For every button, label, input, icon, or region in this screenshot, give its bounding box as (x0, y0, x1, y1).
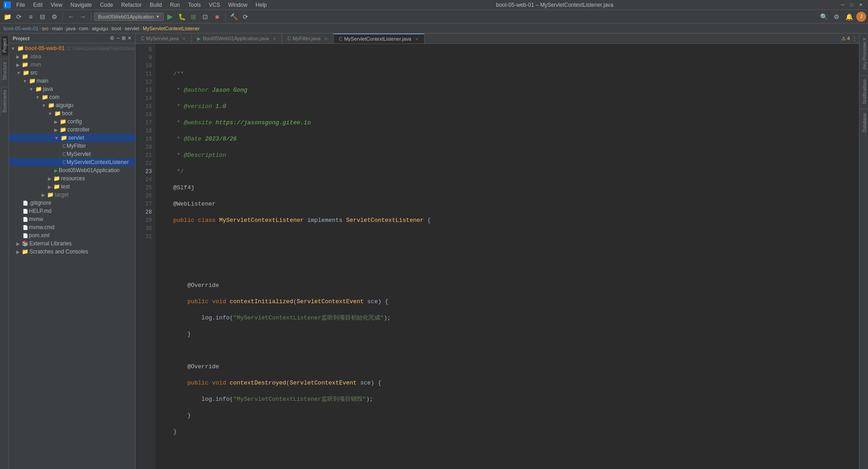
tree-atguigu[interactable]: ▼ 📁 atguigu (9, 101, 135, 109)
menu-help[interactable]: Help (252, 1, 270, 9)
menu-build[interactable]: Build (146, 1, 165, 9)
tree-gitignore[interactable]: 📄 .gitignore (9, 199, 135, 207)
notifications-button[interactable]: 🔔 (844, 11, 854, 22)
key-promoter-tab[interactable]: Key Promoter X (859, 33, 868, 73)
breadcrumb-src[interactable]: src (42, 26, 49, 31)
run-button[interactable]: ▶ (165, 11, 175, 22)
stop-button[interactable]: ■ (212, 11, 222, 22)
tree-java[interactable]: ▼ 📁 java (9, 85, 135, 93)
tree-servlet[interactable]: ▼ 📁 servlet (9, 134, 135, 142)
breadcrumb-servlet[interactable]: servlet (125, 26, 139, 31)
tree-scratches[interactable]: ▶ 📁 Scratches and Consoles (9, 248, 135, 256)
forward-button[interactable]: → (77, 11, 88, 22)
run-config-selector[interactable]: Boot05Web01Application ▼ (94, 13, 164, 21)
project-tab[interactable]: Project (1, 35, 8, 55)
structure-tab-left[interactable]: Structure (1, 59, 8, 83)
settings-button[interactable]: ⚙ (49, 11, 60, 22)
close-button[interactable]: ✕ (857, 1, 864, 9)
profile-button[interactable]: ⊡ (200, 11, 211, 22)
menu-view[interactable]: View (47, 1, 66, 9)
breadcrumb-project[interactable]: boot-05-web-01 (4, 26, 38, 31)
tree-test[interactable]: ▶ 📁 test (9, 183, 135, 191)
tree-helpmd[interactable]: 📄 HELP.md (9, 207, 135, 215)
tree-config[interactable]: ▶ 📁 config (9, 117, 135, 126)
panel-close-icon[interactable]: ✕ (127, 35, 132, 41)
tree-resources[interactable]: ▶ 📁 resources (9, 174, 135, 183)
myfilter-tab-label: MyFilter.java (292, 36, 321, 41)
menu-refactor[interactable]: Refactor (118, 1, 145, 9)
list-button[interactable]: ≡ (25, 11, 36, 22)
code-editor[interactable]: 8 9 10 11 12 13 14 15 16 17 18 19 20 21 … (136, 44, 859, 469)
tab-more-button[interactable]: ⋮ (852, 35, 857, 42)
menu-code[interactable]: Code (96, 1, 117, 9)
tree-mvnw[interactable]: 📄 mvnw (9, 215, 135, 223)
tree-myservletcontextlistener[interactable]: C MyServletContextListener (9, 158, 135, 166)
breadcrumb-class[interactable]: MyServletContextListener (143, 26, 200, 31)
database-tab[interactable]: Database (859, 109, 868, 136)
sync-button[interactable]: ⟳ (14, 11, 24, 22)
panel-settings-icon[interactable]: ⚙ (110, 35, 114, 41)
tree-boot[interactable]: ▼ 📁 boot (9, 109, 135, 117)
scratches-label: Scratches and Consoles (29, 249, 88, 255)
target-folder-icon: 📁 (47, 192, 54, 198)
maximize-button[interactable]: □ (848, 1, 855, 9)
target-label: target (55, 192, 69, 198)
myservletcontextlistener-tab-close[interactable]: ✕ (415, 37, 419, 42)
collapse-all-button[interactable]: ⊟ (37, 11, 48, 22)
breadcrumb-boot[interactable]: boot (112, 26, 121, 31)
tree-idea[interactable]: ▶ 📁 .idea (9, 52, 135, 61)
tree-target[interactable]: ▶ 📁 target (9, 191, 135, 199)
tab-myservletcontextlistener[interactable]: C MyServletContextListener.java ✕ (334, 33, 425, 43)
menu-vcs[interactable]: VCS (205, 1, 224, 9)
tree-src[interactable]: ▼ 📁 src (9, 69, 135, 77)
tree-boot05app[interactable]: ▶ Boot05Web01Application (9, 166, 135, 174)
back-button[interactable]: ← (66, 11, 76, 22)
project-view-button[interactable]: 📁 (2, 11, 13, 22)
tree-myservlet[interactable]: C MyServlet (9, 150, 135, 158)
menu-window[interactable]: Window (225, 1, 251, 9)
panel-gear-icon[interactable]: ⊞ (122, 35, 126, 41)
atguigu-folder-icon: 📁 (48, 102, 55, 108)
tree-root[interactable]: ▼ 📁 boot-05-web-01 C:\Users\Jason\IdeaPr… (9, 44, 135, 52)
tree-controller[interactable]: ▶ 📁 controller (9, 126, 135, 134)
breadcrumb-java[interactable]: java (66, 26, 75, 31)
tree-mvnwcmd[interactable]: 📄 mvnw.cmd (9, 223, 135, 231)
tree-external-libs[interactable]: ▶ 📚 External Libraries (9, 239, 135, 248)
panel-collapse-icon[interactable]: ─ (116, 35, 120, 41)
tree-main[interactable]: ▼ 📁 main (9, 77, 135, 85)
search-everywhere-button[interactable]: 🔍 (818, 11, 829, 22)
myfilter-tab-close[interactable]: ✕ (324, 36, 328, 41)
reload-button[interactable]: ⟳ (240, 11, 251, 22)
code-content[interactable]: /** * @author Jason Gong * @version 1.0 … (156, 44, 859, 469)
notifications-tab[interactable]: Notifications (859, 75, 868, 107)
menu-tools[interactable]: Tools (184, 1, 204, 9)
menu-bar: File Edit View Navigate Code Refactor Bu… (13, 1, 270, 9)
settings-main-button[interactable]: ⚙ (831, 11, 842, 22)
tab-myservlet[interactable]: C MyServlet.java ✕ (136, 33, 192, 43)
tab-myfilter[interactable]: C MyFilter.java ✕ (282, 33, 334, 43)
menu-navigate[interactable]: Navigate (67, 1, 95, 9)
menu-edit[interactable]: Edit (29, 1, 46, 9)
tree-pomxml[interactable]: 📄 pom.xml (9, 231, 135, 239)
tab-boot05app[interactable]: ▶ Boot05Web01Application.java ✕ (192, 33, 282, 43)
breadcrumb-main[interactable]: main (52, 26, 63, 31)
config-folder-icon: 📁 (60, 118, 66, 125)
tree-mvn[interactable]: ▶ 📁 .mvn (9, 61, 135, 69)
boot05app-tab-close[interactable]: ✕ (273, 36, 276, 41)
tree-myfilter[interactable]: C MyFilter (9, 142, 135, 150)
menu-file[interactable]: File (13, 1, 28, 9)
minimize-button[interactable]: ─ (839, 1, 846, 9)
user-avatar[interactable]: J (856, 12, 866, 22)
myservletcontextlistener-tab-icon: C (339, 37, 342, 42)
breadcrumb-atguigu[interactable]: atguigu (92, 26, 108, 31)
myservletcontextlistener-file-icon: C (62, 160, 66, 165)
debug-button[interactable]: 🐛 (176, 11, 187, 22)
coverage-button[interactable]: ⊞ (188, 11, 199, 22)
breadcrumb-com[interactable]: com (79, 26, 88, 31)
build-button[interactable]: 🔨 (228, 11, 239, 22)
tree-com[interactable]: ▼ 📁 com (9, 93, 135, 101)
myservlet-tab-close[interactable]: ✕ (182, 36, 186, 41)
myservlet-file-icon: C (62, 152, 66, 157)
menu-run[interactable]: Run (166, 1, 184, 9)
bookmarks-tab[interactable]: Bookmarks (1, 87, 8, 115)
